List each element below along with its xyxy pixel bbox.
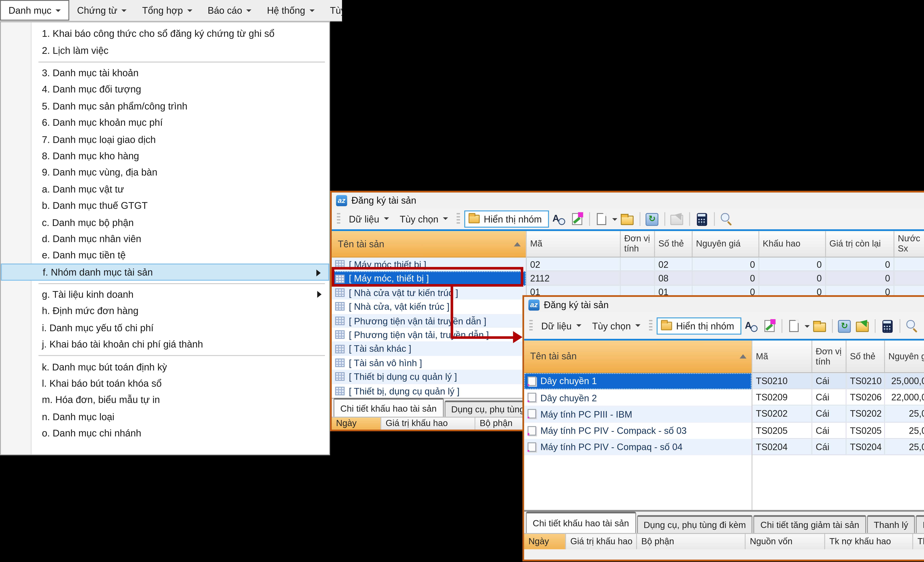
menu-item[interactable]: 7. Danh mục loại giao dịch	[1, 131, 329, 148]
refresh-button[interactable]	[644, 210, 660, 228]
menu-item[interactable]: 3. Danh mục tài khoản	[1, 65, 329, 81]
data-menu-button[interactable]: Dữ liệu	[537, 321, 585, 331]
new-document-button[interactable]	[594, 210, 609, 228]
tree-row[interactable]: Dây chuyền 2	[524, 389, 752, 406]
detail-column-header[interactable]: Tk có khấu hao	[913, 534, 924, 549]
tree-row[interactable]: [ Thiết bị dụng cụ quản lý ]	[332, 370, 526, 384]
tree-row[interactable]: [ Nhà cửa vật tư kiến trúc ]	[332, 286, 526, 300]
menu-item[interactable]: d. Danh mục nhân viên	[1, 231, 329, 248]
menu-item[interactable]: 2. Lịch làm việc	[1, 42, 329, 59]
tab-thanh-ly[interactable]: Thanh lý	[867, 515, 915, 533]
search-button[interactable]	[718, 210, 734, 228]
search-button[interactable]	[904, 317, 920, 335]
open-button[interactable]	[812, 317, 827, 335]
tree-row[interactable]: Máy tính PC PIII - IBM	[524, 406, 752, 422]
column-header[interactable]: Số thẻ	[655, 231, 693, 257]
tree-row[interactable]: [ Thiết bị, dụng cụ quản lý ]	[332, 384, 526, 398]
menu-item[interactable]: m. Hóa đơn, biểu mẫu tự in	[1, 392, 329, 409]
column-header[interactable]: Đơn vị tính	[621, 231, 655, 257]
menu-item[interactable]: 8. Danh mục kho hàng	[1, 148, 329, 164]
tab-he-so-phan-bo[interactable]: Hệ số phân bổ khấu hao	[916, 515, 924, 533]
options-menu-button[interactable]: Tùy chọn	[588, 321, 645, 331]
column-header[interactable]: Nguyên giá	[693, 231, 759, 257]
tree-row[interactable]: [ Phương tiện vận tải truyền dẫn ]	[332, 314, 526, 328]
menu-item[interactable]: e. Danh mục tiền tệ	[1, 248, 329, 264]
menu-item[interactable]: 6. Danh mục khoản mục phí	[1, 115, 329, 131]
chevron-down-icon[interactable]	[612, 218, 617, 221]
show-group-button[interactable]: Hiển thị nhóm	[656, 317, 741, 335]
table-row[interactable]: TS0209 Cái TS0206 22,000,000,000 5,500,0…	[753, 389, 924, 406]
titlebar[interactable]: az Đăng ký tài sản	[524, 297, 924, 313]
detail-column-header[interactable]: Bộ phận	[637, 534, 746, 549]
tree-row-selected[interactable]: Dây chuyền 1	[524, 373, 752, 389]
column-header[interactable]: Khấu hao	[759, 231, 826, 257]
menu-item[interactable]: c. Danh mục bộ phận	[1, 214, 329, 231]
menubar-item-bao-cao[interactable]: Báo cáo	[200, 0, 259, 21]
table-row[interactable]: 02 02 0 0 0 0 0.00	[526, 258, 924, 272]
detail-column-header[interactable]: Nguồn vốn	[746, 534, 825, 549]
menu-item[interactable]: k. Danh mục bút toán định kỳ	[1, 359, 329, 376]
menubar-item-chung-tu[interactable]: Chứng từ	[69, 0, 134, 21]
menu-item[interactable]: n. Danh mục loại	[1, 409, 329, 425]
tree-row[interactable]: [ Tài sản vô hình ]	[332, 356, 526, 370]
column-header[interactable]: Nước Sx	[894, 231, 924, 257]
tab-chi-tiet-khau-hao[interactable]: Chi tiết khấu hao tài sản	[526, 512, 636, 533]
menu-item[interactable]: 4. Danh mục đối tượng	[1, 81, 329, 98]
menu-item[interactable]: 5. Danh mục sản phẩm/công trình	[1, 98, 329, 115]
detail-column-header[interactable]: Tk nợ khấu hao	[825, 534, 913, 549]
tab-chi-tiet-khau-hao[interactable]: Chi tiết khấu hao tài sản	[333, 398, 443, 417]
menu-item[interactable]: 1. Khai báo công thức cho sổ đăng ký chứ…	[1, 26, 329, 42]
menu-item[interactable]: 9. Danh mục vùng, địa bàn	[1, 164, 329, 181]
table-row-selected[interactable]: TS0210 Cái TS0210 25,000,000,000 6,250,0…	[753, 373, 924, 389]
menu-item[interactable]: b. Danh mục thuế GTGT	[1, 197, 329, 214]
table-row[interactable]: TS0204 Cái TS0204 25,000,000 4,861,111 2…	[753, 439, 924, 455]
column-header[interactable]: Số thẻ	[847, 341, 885, 372]
edit-button[interactable]	[762, 317, 777, 335]
export-button[interactable]	[669, 210, 684, 228]
table-row[interactable]: TS0202 Cái TS0202 25,000,000 16,666,667 …	[753, 406, 924, 422]
column-header[interactable]: Giá trị còn lại	[826, 231, 894, 257]
menu-item[interactable]: g. Tài liệu kinh doanh	[1, 287, 329, 303]
menubar-item-tuy-chon[interactable]: Tùy chọn	[322, 0, 342, 21]
new-document-button[interactable]	[786, 317, 802, 335]
menu-item[interactable]: j. Khai báo tài khoản chi phí giá thành	[1, 337, 329, 353]
edit-button[interactable]	[569, 210, 585, 228]
detail-column-header[interactable]: Giá trị khấu hao	[566, 534, 637, 549]
menu-item[interactable]: i. Danh mục yếu tố chi phí	[1, 320, 329, 337]
menu-item[interactable]: l. Khai báo bút toán khóa sổ	[1, 376, 329, 392]
detail-column-header[interactable]: Ngày	[524, 534, 566, 549]
open-button[interactable]	[620, 210, 635, 228]
tree-column-header[interactable]: Tên tài sản	[524, 341, 752, 373]
table-row[interactable]: TS0205 Cái TS0205 25,000,000 4,861,111 2…	[753, 422, 924, 439]
tree-row[interactable]: [ Tài sản khác ]	[332, 342, 526, 356]
refresh-button[interactable]	[837, 317, 852, 335]
tree-row[interactable]: Máy tính PC PIV - Compack - số 03	[524, 422, 752, 439]
table-row[interactable]: 2112 08 0 0 0 0 0.00	[526, 272, 924, 286]
show-group-button[interactable]: Hiển thị nhóm	[464, 210, 549, 228]
tab-chi-tiet-tang-giam[interactable]: Chi tiết tăng giảm tài sản	[754, 515, 866, 533]
calculator-button[interactable]	[879, 317, 895, 335]
menu-item[interactable]: h. Định mức đơn hàng	[1, 303, 329, 320]
column-header[interactable]: Nguyên giá	[885, 341, 924, 372]
tree-row[interactable]: Máy tính PC PIV - Compaq - số 04	[524, 439, 752, 455]
titlebar[interactable]: az Đăng ký tài sản	[332, 192, 924, 209]
find-button[interactable]	[744, 317, 759, 335]
tab-dung-cu-phu-tung[interactable]: Dụng cụ, phụ tùng đi kèm	[637, 515, 753, 533]
menubar-item-tong-hop[interactable]: Tổng hợp	[135, 0, 200, 21]
data-menu-button[interactable]: Dữ liệu	[345, 213, 393, 224]
chevron-down-icon[interactable]	[804, 325, 809, 327]
column-header[interactable]: Mã	[753, 341, 812, 372]
menu-item[interactable]: a. Danh mục vật tư	[1, 181, 329, 198]
export-button[interactable]	[855, 317, 870, 335]
menubar-item-he-thong[interactable]: Hệ thống	[259, 0, 322, 21]
options-menu-button[interactable]: Tùy chọn	[396, 213, 452, 224]
menu-item-nhom-danh-muc-tai-san[interactable]: f. Nhóm danh mục tài sản	[1, 264, 329, 281]
tree-column-header[interactable]: Tên tài sản	[332, 231, 526, 257]
column-header[interactable]: Đơn vị tính	[812, 341, 847, 372]
detail-column-header[interactable]: Giá trị khấu hao	[381, 418, 476, 430]
tree-row[interactable]: [ Phương tiện vận tải, truyền dẫn ]	[332, 328, 526, 342]
detail-column-header[interactable]: Ngày	[332, 418, 381, 430]
tree-row[interactable]: [ Nhà cửa, vật kiến trúc ]	[332, 300, 526, 314]
column-header[interactable]: Mã	[526, 231, 621, 257]
calculator-button[interactable]	[694, 210, 709, 228]
